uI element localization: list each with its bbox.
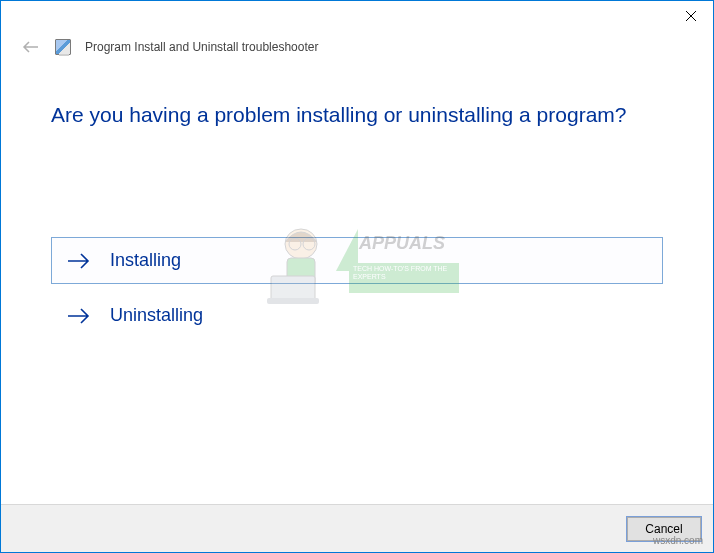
content-area: Are you having a problem installing or u… bbox=[1, 61, 713, 339]
troubleshooter-icon bbox=[55, 39, 71, 55]
close-button[interactable] bbox=[668, 1, 713, 31]
footer: Cancel bbox=[1, 504, 713, 552]
titlebar bbox=[1, 1, 713, 33]
option-label: Installing bbox=[110, 250, 181, 271]
page-heading: Are you having a problem installing or u… bbox=[51, 103, 663, 127]
window-title: Program Install and Uninstall troublesho… bbox=[85, 40, 318, 54]
attribution: wsxdn.com bbox=[653, 535, 703, 546]
back-arrow-icon bbox=[22, 40, 40, 54]
option-installing[interactable]: Installing bbox=[51, 237, 663, 284]
header: Program Install and Uninstall troublesho… bbox=[1, 33, 713, 61]
close-icon bbox=[686, 11, 696, 21]
arrow-right-icon bbox=[66, 251, 92, 271]
option-label: Uninstalling bbox=[110, 305, 203, 326]
arrow-right-icon bbox=[66, 306, 92, 326]
option-uninstalling[interactable]: Uninstalling bbox=[51, 292, 663, 339]
back-button[interactable] bbox=[21, 37, 41, 57]
